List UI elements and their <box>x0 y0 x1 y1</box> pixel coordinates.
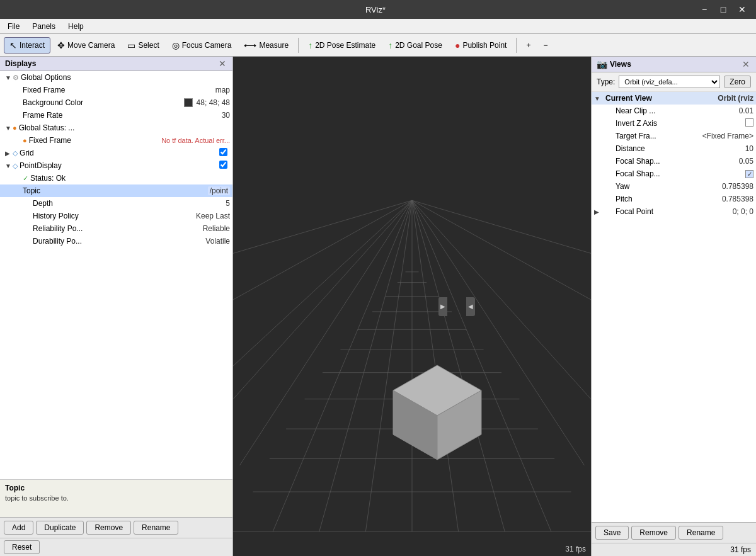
yaw-row[interactable]: Yaw 0.785398 <box>592 180 756 193</box>
current-view-row[interactable]: ▼ Current View Orbit (rviz <box>592 92 756 105</box>
close-button[interactable]: ✕ <box>733 3 751 16</box>
menu-help[interactable]: Help <box>63 21 89 32</box>
target-frame-label: Target Fra... <box>613 132 702 140</box>
topic-label: Topic <box>23 186 208 195</box>
views-type-select[interactable]: Orbit (rviz_defa... <box>619 76 720 88</box>
views-panel-close[interactable]: ✕ <box>741 60 751 69</box>
grid-checkbox[interactable] <box>219 148 227 158</box>
grid-check-input[interactable] <box>219 148 227 156</box>
2d-goal-pose-button[interactable]: ↑ 2D Goal Pose <box>382 37 448 54</box>
point-display-arrow: ▼ <box>5 162 11 169</box>
views-type-label: Type: <box>597 77 615 86</box>
measure-button[interactable]: ⟷ Measure <box>238 37 294 54</box>
plus-icon: + <box>526 41 530 50</box>
grid-arrow: ▶ <box>5 150 11 157</box>
duplicate-button[interactable]: Duplicate <box>36 521 84 535</box>
move-camera-button[interactable]: ✥ Move Camera <box>52 37 120 54</box>
near-clip-value: 0.01 <box>739 106 753 115</box>
frame-rate-label: Frame Rate <box>23 111 222 120</box>
rename-button[interactable]: Rename <box>134 521 178 535</box>
displays-panel-close[interactable]: ✕ <box>217 59 227 68</box>
point-display-checkbox[interactable] <box>219 161 227 171</box>
measure-icon: ⟷ <box>244 40 256 50</box>
point-display-label: PointDisplay <box>20 161 219 170</box>
frame-rate-row[interactable]: Frame Rate 30 <box>0 109 232 122</box>
pitch-row[interactable]: Pitch 0.785398 <box>592 193 756 205</box>
target-frame-row[interactable]: Target Fra... <Fixed Frame> <box>592 130 756 142</box>
focal-shape-visible-checkbox[interactable]: ✓ <box>745 169 753 178</box>
main-content: Displays ✕ ▼ ⚙ Global Options Fixed Fram… <box>0 57 756 556</box>
focal-point-label: Focal Point <box>603 207 733 216</box>
point-display-row[interactable]: ▼ ◇ PointDisplay <box>0 159 232 172</box>
select-icon: ▭ <box>127 40 135 50</box>
focal-point-value: 0; 0; 0 <box>733 207 753 216</box>
global-status-row[interactable]: ▼ ● Global Status: ... <box>0 122 232 134</box>
distance-label: Distance <box>613 144 745 153</box>
ff-status-icon: ● <box>23 137 27 144</box>
history-policy-row[interactable]: History Policy Keep Last <box>0 210 232 222</box>
topic-row[interactable]: Topic /point <box>0 184 232 197</box>
durability-row[interactable]: Durability Po... Volatile <box>0 235 232 247</box>
status-ok-row[interactable]: ✓ Status: Ok <box>0 172 232 184</box>
displays-tree[interactable]: ▼ ⚙ Global Options Fixed Frame map Backg… <box>0 71 232 479</box>
maximize-button[interactable]: □ <box>714 3 732 16</box>
invert-z-row[interactable]: Invert Z Axis <box>592 117 756 130</box>
focal-shape-box[interactable]: ✓ <box>745 170 753 178</box>
left-collapse-arrow[interactable]: ◀ <box>466 297 475 316</box>
displays-bottom-buttons: Add Duplicate Remove Rename <box>0 517 232 538</box>
views-rename-button[interactable]: Rename <box>679 526 723 540</box>
interact-label: Interact <box>20 41 45 50</box>
minimize-button[interactable]: − <box>696 3 713 16</box>
fps-display: 31 fps <box>565 545 586 553</box>
depth-label: Depth <box>33 199 226 208</box>
info-title: Topic <box>5 484 227 492</box>
remove-button[interactable]: Remove <box>86 521 131 535</box>
depth-row[interactable]: Depth 5 <box>0 197 232 210</box>
depth-value: 5 <box>226 199 230 208</box>
focal-shape-size-row[interactable]: Focal Shap... 0.05 <box>592 155 756 167</box>
background-color-label: Background Color <box>23 98 184 107</box>
global-options-row[interactable]: ▼ ⚙ Global Options <box>0 71 232 84</box>
menu-file[interactable]: File <box>3 21 25 32</box>
history-policy-value: Keep Last <box>196 212 230 220</box>
views-save-button[interactable]: Save <box>595 526 629 540</box>
views-zero-button[interactable]: Zero <box>724 76 751 88</box>
right-collapse-arrow[interactable]: ▶ <box>438 297 447 316</box>
status-ok-label: Status: Ok <box>30 174 230 183</box>
2d-pose-label: 2D Pose Estimate <box>315 41 375 50</box>
2d-pose-estimate-button[interactable]: ↑ 2D Pose Estimate <box>302 37 381 54</box>
distance-row[interactable]: Distance 10 <box>592 142 756 155</box>
focus-camera-button[interactable]: ◎ Focus Camera <box>166 37 238 54</box>
reset-button[interactable]: Reset <box>4 540 40 554</box>
global-options-icon: ⚙ <box>13 74 19 82</box>
fixed-frame-row[interactable]: Fixed Frame map <box>0 84 232 96</box>
invert-z-checkbox[interactable] <box>745 118 753 128</box>
interact-button[interactable]: ↖ Interact <box>4 37 50 54</box>
svg-line-24 <box>233 200 412 300</box>
topic-value[interactable]: /point <box>208 186 230 195</box>
reliability-row[interactable]: Reliability Po... Reliable <box>0 222 232 235</box>
global-options-arrow: ▼ <box>5 74 11 81</box>
select-button[interactable]: ▭ Select <box>122 37 164 54</box>
publish-point-icon: ● <box>455 40 460 50</box>
publish-point-button[interactable]: ● Publish Point <box>449 37 513 54</box>
remove-tool-button[interactable]: − <box>537 38 553 53</box>
move-camera-label: Move Camera <box>67 41 115 50</box>
background-color-row[interactable]: Background Color 48; 48; 48 <box>0 96 232 109</box>
add-button[interactable]: Add <box>4 521 33 535</box>
views-remove-button[interactable]: Remove <box>631 526 676 540</box>
focal-shape-visible-row[interactable]: Focal Shap... ✓ <box>592 167 756 180</box>
point-display-check-input[interactable] <box>219 161 227 169</box>
2d-goal-icon: ↑ <box>388 40 392 50</box>
near-clip-label: Near Clip ... <box>613 106 739 115</box>
near-clip-row[interactable]: Near Clip ... 0.01 <box>592 105 756 117</box>
focal-point-row[interactable]: ▶ Focal Point 0; 0; 0 <box>592 205 756 218</box>
invert-z-box[interactable] <box>745 118 753 127</box>
2d-pose-icon: ↑ <box>308 40 312 50</box>
fixed-frame-status-row[interactable]: ● Fixed Frame No tf data. Actual err... <box>0 134 232 147</box>
3d-viewport[interactable]: ◀ ▶ <box>233 57 591 556</box>
status-ok-icon: ✓ <box>23 174 28 183</box>
menu-panels[interactable]: Panels <box>27 21 60 32</box>
add-tool-button[interactable]: + <box>520 38 536 53</box>
grid-row[interactable]: ▶ ◇ Grid <box>0 147 232 159</box>
